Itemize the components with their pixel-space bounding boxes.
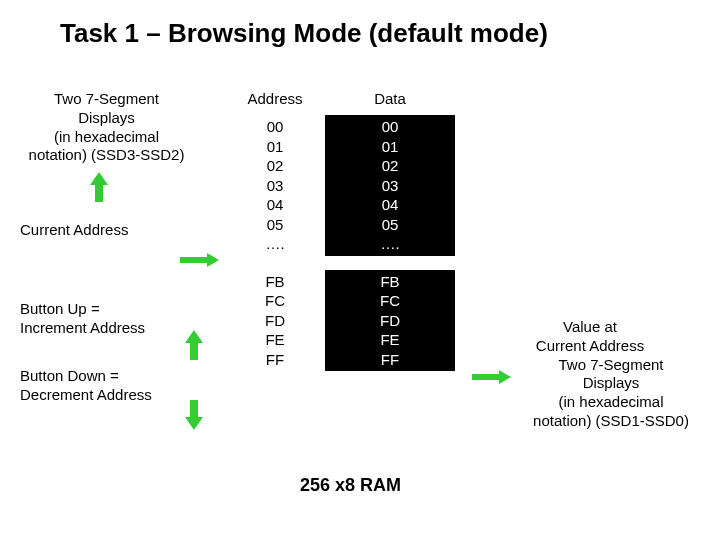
text-line: Current Address xyxy=(470,337,710,356)
arrow-up-icon xyxy=(185,330,203,360)
right-column: Value at Current Address Two 7-Segment D… xyxy=(470,318,710,431)
data-column: FBFCFDFEFF xyxy=(325,270,455,372)
left-column: Two 7-Segment Displays (in hexadecimal n… xyxy=(14,90,199,405)
table-cell: FB xyxy=(325,272,455,292)
table-cell: FD xyxy=(325,311,455,331)
table-cell: FB xyxy=(225,272,325,292)
memory-table: Address Data 000102030405…. 000102030405… xyxy=(225,90,455,371)
table-cell: 00 xyxy=(325,117,455,137)
address-column: 000102030405…. xyxy=(225,115,325,256)
button-up-label: Button Up = Increment Address xyxy=(14,300,199,338)
table-cell: 05 xyxy=(325,215,455,235)
address-column: FBFCFDFEFF xyxy=(225,270,325,372)
table-cell: FD xyxy=(225,311,325,331)
text-line: Button Down = xyxy=(20,367,199,386)
table-cell: FF xyxy=(225,350,325,370)
text-line: Displays xyxy=(512,374,710,393)
table-cell: 03 xyxy=(225,176,325,196)
text-line: notation) (SSD1-SSD0) xyxy=(512,412,710,431)
text-line: Button Up = xyxy=(20,300,199,319)
column-headers: Address Data xyxy=(225,90,455,107)
table-cell: 02 xyxy=(325,156,455,176)
text-line: Increment Address xyxy=(20,319,199,338)
table-cell: FC xyxy=(225,291,325,311)
table-cell: 01 xyxy=(325,137,455,157)
table-cell: FF xyxy=(325,350,455,370)
table-cell: 01 xyxy=(225,137,325,157)
text-line: (in hexadecimal xyxy=(14,128,199,147)
table-cell: FE xyxy=(325,330,455,350)
table-cell: FE xyxy=(225,330,325,350)
text-line: Value at xyxy=(470,318,710,337)
seg-display-label: Two 7-Segment Displays (in hexadecimal n… xyxy=(14,90,199,165)
text-line: (in hexadecimal xyxy=(512,393,710,412)
table-block-top: 000102030405…. 000102030405…. xyxy=(225,115,455,256)
table-cell: 00 xyxy=(225,117,325,137)
button-down-label: Button Down = Decrement Address xyxy=(14,367,199,405)
text-line: Displays xyxy=(14,109,199,128)
address-header: Address xyxy=(225,90,325,107)
text-line: Two 7-Segment xyxy=(14,90,199,109)
current-address-label: Current Address xyxy=(14,221,199,240)
table-cell: 05 xyxy=(225,215,325,235)
table-cell: 04 xyxy=(325,195,455,215)
text-line: notation) (SSD3-SSD2) xyxy=(14,146,199,165)
table-cell: …. xyxy=(325,234,455,254)
table-block-bottom: FBFCFDFEFF FBFCFDFEFF xyxy=(225,270,455,372)
table-cell: 02 xyxy=(225,156,325,176)
text-line: Decrement Address xyxy=(20,386,199,405)
table-cell: 03 xyxy=(325,176,455,196)
page-title: Task 1 – Browsing Mode (default mode) xyxy=(60,18,548,49)
arrow-down-icon xyxy=(185,400,203,430)
text-line: Two 7-Segment xyxy=(512,356,710,375)
ram-label: 256 x8 RAM xyxy=(300,475,401,496)
table-cell: 04 xyxy=(225,195,325,215)
table-cell: …. xyxy=(225,234,325,254)
arrow-up-icon xyxy=(90,172,108,202)
arrow-right-icon xyxy=(180,253,220,267)
table-cell: FC xyxy=(325,291,455,311)
data-header: Data xyxy=(325,90,455,107)
data-column: 000102030405…. xyxy=(325,115,455,256)
